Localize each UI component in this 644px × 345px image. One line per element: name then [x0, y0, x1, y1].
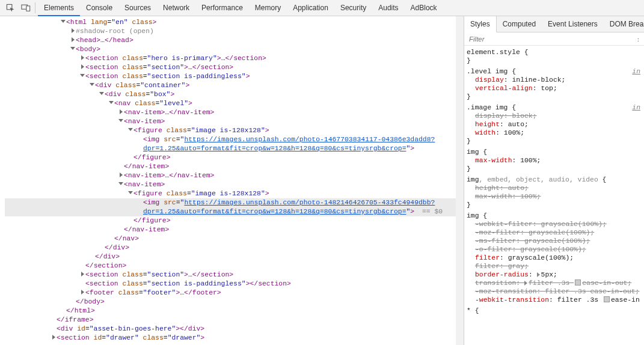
styles-filter-input[interactable]: [469, 35, 637, 43]
expand-toggle-icon[interactable]: [70, 27, 76, 36]
inspect-element-icon[interactable]: [2, 0, 18, 16]
no-toggle: [127, 216, 133, 225]
dom-tree-row-img-cont[interactable]: dpr=1.25&auto=format&fit=crop&w=128&h=12…: [5, 144, 464, 153]
expand-toggle-icon[interactable]: [79, 270, 85, 279]
no-toggle: [60, 307, 66, 316]
selector-element-style[interactable]: element.style {: [467, 49, 529, 56]
selector-media-group[interactable]: img, embed, object, audio, video {: [467, 176, 606, 183]
styles-filter-row: :: [464, 32, 644, 46]
dom-tree-row[interactable]: #shadow-root (open): [5, 27, 464, 36]
dom-tree-row[interactable]: <html lang="en" class>: [5, 18, 464, 27]
device-toolbar-icon[interactable]: [18, 0, 34, 16]
expand-toggle-icon[interactable]: [79, 63, 85, 72]
selector-star[interactable]: * {: [467, 307, 479, 314]
dom-tree-row[interactable]: <section id="drawer" class="drawer">: [5, 334, 464, 343]
tab-console[interactable]: Console: [80, 0, 118, 16]
no-toggle: [108, 234, 114, 243]
expand-toggle-icon[interactable]: [118, 171, 124, 180]
dom-tree-row[interactable]: </div>: [5, 243, 464, 252]
dom-tree-row[interactable]: <body>: [5, 45, 464, 54]
styles-tab-styles[interactable]: Styles: [464, 16, 497, 32]
dom-tree-row[interactable]: <figure class="image is-128x128">: [5, 126, 464, 135]
tab-adblock[interactable]: AdBlock: [405, 0, 443, 16]
dom-tree-row[interactable]: <nav-item>: [5, 180, 464, 189]
dom-tree-row-img[interactable]: <img src="https://images.unsplash.com/ph…: [5, 198, 464, 207]
collapse-toggle-icon[interactable]: [60, 18, 66, 27]
dom-tree-row[interactable]: </nav-item>: [5, 162, 464, 171]
tab-audits[interactable]: Audits: [372, 0, 404, 16]
dom-tree-row[interactable]: </section>: [5, 261, 464, 270]
elements-tree-panel[interactable]: <html lang="en" class>#shadow-root (open…: [0, 16, 464, 345]
no-toggle: [51, 316, 57, 325]
dom-tree-row[interactable]: <nav class="level">: [5, 99, 464, 108]
no-toggle: [118, 162, 124, 171]
dom-tree-row[interactable]: <section class="section">…</section>: [5, 63, 464, 72]
dom-tree-row[interactable]: <section class="section is-paddingless">…: [5, 279, 464, 289]
stylesheet-link[interactable]: in: [632, 103, 640, 112]
dom-tree-row[interactable]: <section class="section is-paddingless">: [5, 72, 464, 81]
styles-tab-dom-breakpoints[interactable]: DOM Breakpoints: [604, 16, 644, 32]
tab-network[interactable]: Network: [157, 0, 195, 16]
selector-level-img[interactable]: .level img {: [467, 68, 516, 75]
no-toggle: [51, 334, 57, 343]
dom-tree-row[interactable]: <section class="hero is-primary">…</sect…: [5, 54, 464, 63]
no-toggle: [137, 144, 143, 153]
collapse-toggle-icon[interactable]: [70, 45, 76, 54]
tab-memory[interactable]: Memory: [249, 0, 287, 16]
collapse-toggle-icon[interactable]: [108, 99, 114, 108]
styles-filter-colon: :: [637, 35, 639, 43]
dom-tree-row[interactable]: </html>: [5, 307, 464, 316]
collapse-toggle-icon[interactable]: [118, 117, 124, 126]
expand-toggle-icon[interactable]: [79, 289, 85, 298]
dom-tree-row[interactable]: </figure>: [5, 216, 464, 225]
selector-image-img[interactable]: .image img {: [467, 104, 516, 111]
scrollbar-track[interactable]: [456, 16, 464, 345]
expand-toggle-icon[interactable]: [70, 36, 76, 45]
dom-tree-row-img[interactable]: <img src="https://images.unsplash.com/ph…: [5, 135, 464, 144]
styles-tab-bar: Styles Computed Event Listeners DOM Brea…: [464, 16, 644, 32]
dom-tree-row[interactable]: <head>…</head>: [5, 36, 464, 45]
tab-application[interactable]: Application: [287, 0, 334, 16]
dom-tree-row[interactable]: <nav-item>…</nav-item>: [5, 108, 464, 117]
dom-tree-row[interactable]: <div class="box">: [5, 90, 464, 99]
dom-tree-row[interactable]: <section class="section">…</section>: [5, 270, 464, 279]
dom-tree-row[interactable]: <nav-item>: [5, 117, 464, 126]
tab-security[interactable]: Security: [334, 0, 372, 16]
collapse-toggle-icon[interactable]: [89, 81, 95, 90]
styles-rules[interactable]: element.style { } in .level img { displa…: [464, 46, 644, 323]
collapse-toggle-icon[interactable]: [127, 126, 133, 135]
tab-separator: [35, 2, 35, 13]
collapse-toggle-icon[interactable]: [118, 180, 124, 189]
tab-performance[interactable]: Performance: [195, 0, 249, 16]
no-toggle: [89, 252, 95, 261]
no-toggle: [79, 279, 85, 289]
collapse-toggle-icon[interactable]: [99, 90, 105, 99]
dom-tree-row[interactable]: <div id="asset-bin-goes-here"></div>: [5, 325, 464, 334]
no-toggle: [118, 225, 124, 234]
dom-tree-row[interactable]: <div class="container">: [5, 81, 464, 90]
selector-img[interactable]: img {: [467, 148, 487, 156]
styles-tab-computed[interactable]: Computed: [497, 16, 542, 32]
selector-img-filters[interactable]: img {: [467, 212, 487, 219]
dom-tree-row[interactable]: <nav-item>…</nav-item>: [5, 171, 464, 180]
dom-tree-row[interactable]: </figure>: [5, 153, 464, 162]
dom-tree-row[interactable]: <figure class="image is-128x128">: [5, 189, 464, 198]
dom-tree-row[interactable]: <footer class="footer">…</footer>: [5, 289, 464, 298]
no-toggle: [79, 261, 85, 270]
stylesheet-link[interactable]: in: [632, 67, 640, 76]
dom-tree-row[interactable]: </body>: [5, 298, 464, 307]
expand-toggle-icon[interactable]: [118, 108, 124, 117]
collapse-toggle-icon[interactable]: [127, 189, 133, 198]
brace-close: }: [467, 57, 471, 64]
dom-tree-row[interactable]: </nav>: [5, 234, 464, 243]
tab-sources[interactable]: Sources: [118, 0, 157, 16]
dom-tree-row[interactable]: </iframe>: [5, 316, 464, 325]
no-toggle: [51, 325, 57, 334]
styles-tab-event-listeners[interactable]: Event Listeners: [542, 16, 604, 32]
tab-elements[interactable]: Elements: [38, 0, 80, 16]
collapse-toggle-icon[interactable]: [79, 72, 85, 81]
dom-tree-row-img-cont[interactable]: dpr=1.25&auto=format&fit=crop&w=128&h=12…: [5, 207, 464, 216]
dom-tree-row[interactable]: </div>: [5, 252, 464, 261]
expand-toggle-icon[interactable]: [79, 54, 85, 63]
dom-tree-row[interactable]: </nav-item>: [5, 225, 464, 234]
